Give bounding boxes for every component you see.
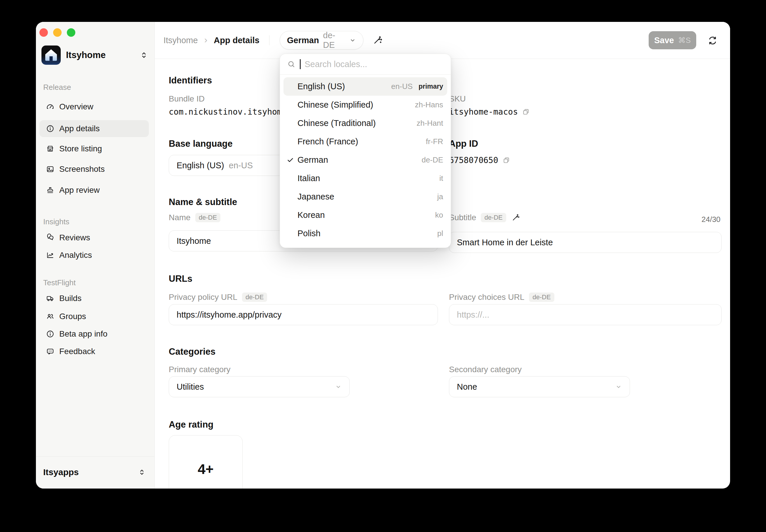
chevron-down-icon <box>335 383 342 390</box>
sidebar-footer-divider <box>36 456 154 457</box>
bundle-id-label: Bundle ID <box>169 94 205 104</box>
gauge-icon <box>46 102 55 111</box>
sidebar-item-overview[interactable]: Overview <box>39 98 149 115</box>
identifiers-heading: Identifiers <box>169 75 212 86</box>
secondary-category-select[interactable]: None <box>449 376 630 397</box>
chevron-down-icon <box>349 37 356 44</box>
chat-bubbles-icon <box>46 233 55 242</box>
locale-option-chinese-traditional[interactable]: Chinese (Traditional) zh-Hant <box>284 114 447 132</box>
close-button[interactable] <box>39 28 48 37</box>
auto-translate-wand-icon[interactable] <box>372 35 383 46</box>
privacy-choices-input[interactable]: https://... <box>449 304 722 325</box>
search-icon <box>287 60 296 69</box>
privacy-choices-placeholder: https://... <box>457 310 489 320</box>
sidebar-item-feedback[interactable]: Feedback <box>39 343 149 360</box>
locale-option-japanese[interactable]: Japanese ja <box>284 188 447 206</box>
sidebar-item-label: App review <box>59 185 100 195</box>
sidebar-item-app-review[interactable]: App review <box>39 182 149 199</box>
locale-option-german[interactable]: German de-DE <box>284 151 447 169</box>
secondary-category-label: Secondary category <box>449 365 522 374</box>
sidebar-item-reviews[interactable]: Reviews <box>39 229 149 246</box>
auto-translate-wand-icon[interactable] <box>511 213 520 222</box>
privacy-choices-label-row: Privacy choices URL de-DE <box>449 293 554 302</box>
app-id-heading: App ID <box>449 139 478 149</box>
sidebar-item-screenshots[interactable]: Screenshots <box>39 161 149 178</box>
app-switcher-name: Itsyhome <box>66 50 134 60</box>
breadcrumb-current: App details <box>214 36 259 45</box>
sidebar-item-label: Beta app info <box>59 329 107 339</box>
sidebar-item-groups[interactable]: Groups <box>39 308 149 325</box>
locale-option-polish[interactable]: Polish pl <box>284 224 447 243</box>
locale-option-french-france[interactable]: French (France) fr-FR <box>284 132 447 151</box>
sidebar-item-label: App details <box>59 124 100 133</box>
base-language-heading: Base language <box>169 139 233 149</box>
privacy-choices-label: Privacy choices URL <box>449 293 524 302</box>
age-rating-value: 4+ <box>198 461 214 489</box>
chevron-right-icon: › <box>204 34 208 46</box>
save-button-label: Save <box>654 36 674 45</box>
sku-value: itsyhome-macos <box>449 107 518 117</box>
locale-selector-button[interactable]: German de-DE <box>280 31 363 50</box>
save-button[interactable]: Save ⌘S <box>649 31 696 49</box>
locale-option-korean[interactable]: Korean ko <box>284 206 447 224</box>
privacy-policy-input[interactable]: https://itsyhome.app/privacy <box>169 304 438 325</box>
chevron-down-icon <box>615 383 622 390</box>
locale-code: zh-Hant <box>417 119 443 128</box>
sidebar-item-beta-app-info[interactable]: Beta app info <box>39 325 149 342</box>
app-id-value-row: 6758070650 <box>449 155 510 165</box>
locale-option-chinese-simplified[interactable]: Chinese (Simplified) zh-Hans <box>284 96 447 114</box>
top-bar: Itsyhome › App details German de-DE Save… <box>155 22 730 59</box>
copy-icon[interactable] <box>522 108 530 116</box>
org-switcher[interactable]: Itsyapps <box>43 466 146 479</box>
privacy-choices-locale-badge: de-DE <box>529 293 554 302</box>
locale-code: zh-Hans <box>415 100 443 109</box>
section-label-testflight: TestFlight <box>43 278 76 287</box>
copy-icon[interactable] <box>502 156 510 164</box>
sku-label: SKU <box>449 94 466 104</box>
locale-code: fr-FR <box>426 137 443 146</box>
locale-code: ja <box>437 192 443 201</box>
section-label-release: Release <box>43 83 71 92</box>
app-window: Itsyhome Release Overview App details St… <box>36 22 730 489</box>
truck-icon <box>46 294 55 303</box>
privacy-policy-value: https://itsyhome.app/privacy <box>176 310 282 320</box>
sidebar-item-label: Feedback <box>59 347 95 356</box>
save-shortcut: ⌘S <box>678 36 691 45</box>
privacy-policy-label-row: Privacy policy URL de-DE <box>169 293 267 302</box>
sidebar-item-store-listing[interactable]: Store listing <box>39 140 149 157</box>
locale-name: French (France) <box>298 137 426 146</box>
locale-option-english-us[interactable]: English (US) en-US primary <box>284 77 447 96</box>
locale-name: Italian <box>298 174 439 183</box>
app-logo-icon <box>41 45 61 65</box>
toolbar-divider <box>269 35 270 45</box>
name-label-row: Name de-DE <box>169 213 221 222</box>
sidebar-item-app-details[interactable]: App details <box>39 120 149 137</box>
bundle-id-value: com.nickustinov.itsyhom <box>169 107 282 117</box>
breadcrumb: Itsyhome › App details <box>163 22 260 59</box>
locale-code: en-US <box>391 82 413 91</box>
storefront-icon <box>46 144 55 153</box>
sidebar-item-builds[interactable]: Builds <box>39 290 149 307</box>
locale-option-italian[interactable]: Italian it <box>284 169 447 188</box>
primary-category-select[interactable]: Utilities <box>169 376 350 397</box>
selector-icon <box>138 468 146 476</box>
chart-icon <box>46 251 55 260</box>
info-icon <box>46 330 55 338</box>
locale-selected-name: German <box>287 36 319 45</box>
text-cursor <box>300 59 301 69</box>
app-switcher[interactable]: Itsyhome <box>41 45 148 65</box>
secondary-category-value: None <box>457 382 477 392</box>
urls-heading: URLs <box>169 274 193 284</box>
zoom-button[interactable] <box>67 28 75 37</box>
sidebar-item-analytics[interactable]: Analytics <box>39 247 149 264</box>
subtitle-input[interactable]: Smart Home in der Leiste <box>449 232 722 253</box>
name-value: Itsyhome <box>176 236 211 246</box>
breadcrumb-parent[interactable]: Itsyhome <box>163 36 198 45</box>
refresh-icon[interactable] <box>707 35 718 46</box>
minimize-button[interactable] <box>53 28 62 37</box>
sidebar-item-label: Screenshots <box>59 165 105 174</box>
locale-name: Chinese (Simplified) <box>298 100 415 110</box>
sidebar-item-label: Analytics <box>59 251 92 260</box>
base-language-code: en-US <box>229 161 253 170</box>
locale-search-input[interactable] <box>305 59 444 69</box>
